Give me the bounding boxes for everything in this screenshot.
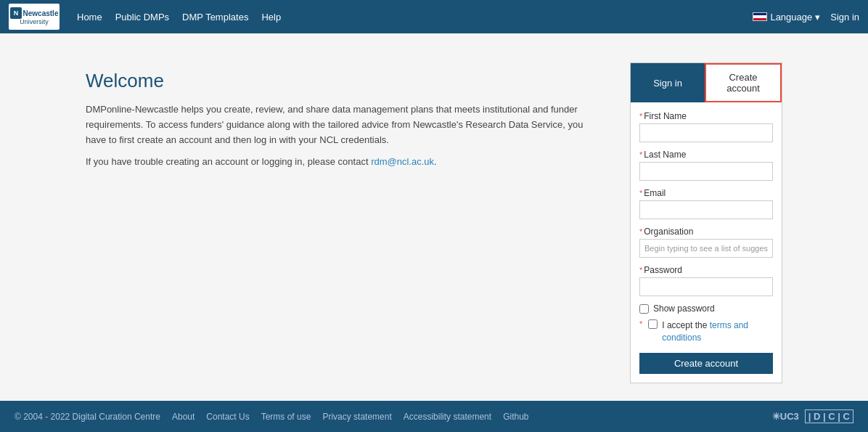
create-account-button[interactable]: Create account xyxy=(639,353,773,374)
footer: © 2004 - 2022 Digital Curation Centre Ab… xyxy=(0,401,868,432)
paragraph2-suffix: . xyxy=(434,156,437,167)
last-name-input[interactable] xyxy=(639,162,773,181)
show-password-row: Show password xyxy=(639,303,773,314)
email-label: *Email xyxy=(639,188,773,198)
brand-logo[interactable]: N Newcastle University xyxy=(9,4,60,30)
password-group: *Password xyxy=(639,265,773,296)
nav-links: Home Public DMPs DMP Templates Help xyxy=(77,12,753,23)
email-input[interactable] xyxy=(639,200,773,219)
nav-public-dmps[interactable]: Public DMPs xyxy=(115,12,169,23)
email-group: *Email xyxy=(639,188,773,219)
footer-left: © 2004 - 2022 Digital Curation Centre Ab… xyxy=(15,412,529,422)
logo-text-top: Newcastle xyxy=(23,9,59,17)
uc3-logo: ✳UC3 xyxy=(772,411,799,422)
flag-icon xyxy=(753,12,767,21)
welcome-section: Welcome DMPonline-Newcastle helps you cr… xyxy=(86,62,601,177)
university-icon: N xyxy=(10,7,22,19)
first-name-label: *First Name xyxy=(639,111,773,121)
required-star-terms: * xyxy=(639,319,642,328)
form-tabs: Sign in Create account xyxy=(631,63,782,102)
welcome-title: Welcome xyxy=(86,70,601,92)
contact-email-link[interactable]: rdm@ncl.ac.uk xyxy=(371,156,434,167)
password-label: *Password xyxy=(639,265,773,275)
content-wrapper: Welcome DMPonline-Newcastle helps you cr… xyxy=(86,62,782,386)
form-panel: Sign in Create account *First Name *Last… xyxy=(630,62,782,383)
language-selector[interactable]: Language ▾ xyxy=(753,12,820,23)
required-star-lastname: * xyxy=(639,150,642,159)
paragraph2-prefix: If you have trouble creating an account … xyxy=(86,156,371,167)
logo-text-bottom: University xyxy=(20,19,49,26)
dcc-logo: | D | C | C xyxy=(805,409,853,423)
show-password-label[interactable]: Show password xyxy=(653,303,715,314)
tab-create-account[interactable]: Create account xyxy=(705,63,782,102)
last-name-label: *Last Name xyxy=(639,150,773,160)
footer-accessibility[interactable]: Accessibility statement xyxy=(404,412,491,422)
first-name-group: *First Name xyxy=(639,111,773,142)
show-password-checkbox[interactable] xyxy=(639,304,649,314)
required-star-firstname: * xyxy=(639,112,642,121)
svg-text:N: N xyxy=(13,9,18,17)
organisation-label: *Organisation xyxy=(639,227,773,237)
organisation-input[interactable] xyxy=(639,239,773,258)
footer-about[interactable]: About xyxy=(172,412,195,422)
footer-terms-of-use[interactable]: Terms of use xyxy=(261,412,311,422)
required-star-org: * xyxy=(639,227,642,236)
form-body: *First Name *Last Name *Email xyxy=(631,102,782,383)
required-star-email: * xyxy=(639,189,642,197)
last-name-group: *Last Name xyxy=(639,150,773,181)
required-star-password: * xyxy=(639,266,642,274)
footer-github[interactable]: Github xyxy=(503,412,528,422)
nav-home[interactable]: Home xyxy=(77,12,102,23)
footer-copyright: © 2004 - 2022 Digital Curation Centre xyxy=(15,412,160,422)
tab-sign-in[interactable]: Sign in xyxy=(631,63,705,102)
organisation-group: *Organisation xyxy=(639,227,773,258)
footer-right: ✳UC3 | D | C | C xyxy=(772,409,853,423)
terms-row: * I accept the terms and conditions xyxy=(639,319,773,344)
password-input[interactable] xyxy=(639,277,773,296)
terms-checkbox[interactable] xyxy=(648,319,658,329)
nav-help[interactable]: Help xyxy=(261,12,281,23)
welcome-paragraph2: If you have trouble creating an account … xyxy=(86,155,601,170)
welcome-paragraph1: DMPonline-Newcastle helps you create, re… xyxy=(86,102,601,147)
footer-privacy-statement[interactable]: Privacy statement xyxy=(322,412,391,422)
terms-prefix: I accept the xyxy=(662,320,709,330)
nav-right: Language ▾ Sign in xyxy=(753,12,859,23)
language-label: Language xyxy=(770,12,812,23)
nav-sign-in[interactable]: Sign in xyxy=(830,12,859,23)
footer-contact-us[interactable]: Contact Us xyxy=(206,412,249,422)
nav-dmp-templates[interactable]: DMP Templates xyxy=(182,12,248,23)
navbar: N Newcastle University Home Public DMPs … xyxy=(0,0,868,33)
first-name-input[interactable] xyxy=(639,123,773,142)
chevron-down-icon: ▾ xyxy=(815,12,820,23)
terms-label[interactable]: I accept the terms and conditions xyxy=(662,319,773,344)
main-content: Welcome DMPonline-Newcastle helps you cr… xyxy=(0,33,868,401)
